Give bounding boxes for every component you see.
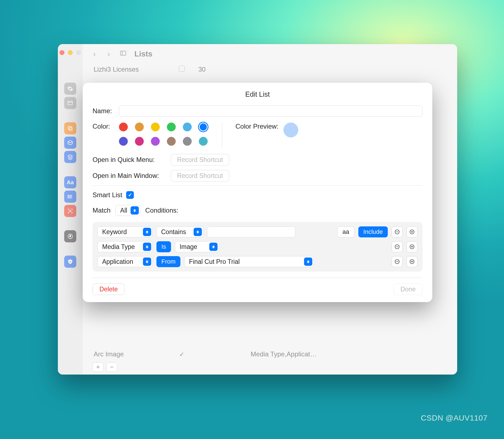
color-swatch-gray[interactable]	[183, 137, 192, 146]
condition-op-select[interactable]: Contains	[156, 226, 203, 237]
name-label: Name:	[93, 107, 115, 115]
conditions-label: Conditions:	[145, 207, 178, 214]
case-toggle[interactable]: aa	[337, 226, 354, 237]
sidebar-icon-scan[interactable]	[64, 205, 76, 217]
divider	[93, 185, 422, 186]
svg-rect-2	[69, 127, 72, 130]
color-swatch-orange[interactable]	[135, 123, 144, 131]
color-swatch-red[interactable]	[119, 123, 128, 131]
toolbar: ‹ › Lists	[83, 44, 457, 64]
sidebar-icon-list[interactable]	[64, 191, 76, 203]
forward-button[interactable]: ›	[104, 50, 113, 58]
svg-rect-3	[68, 126, 71, 129]
condition-field-select[interactable]: Media Type	[97, 241, 153, 252]
add-condition-button[interactable]	[407, 226, 418, 237]
chevron-updown-icon	[304, 258, 312, 266]
list-name: Arc Image	[94, 350, 165, 358]
color-swatch-yellow[interactable]	[151, 123, 160, 131]
watermark: CSDN @AUV1107	[421, 414, 487, 422]
sidebar-icon-gear[interactable]	[64, 83, 76, 95]
color-swatch-green[interactable]	[167, 123, 176, 131]
svg-point-7	[68, 195, 69, 196]
color-swatch-magenta[interactable]	[135, 137, 144, 146]
close-icon[interactable]	[59, 50, 64, 55]
sidebar-icon-copy[interactable]	[64, 122, 76, 134]
add-condition-button[interactable]	[407, 241, 418, 252]
remove-condition-button[interactable]	[392, 256, 403, 267]
match-value: All	[120, 207, 127, 214]
name-row: Name:	[93, 105, 422, 116]
done-button[interactable]: Done	[394, 283, 422, 295]
sidebar-icon-shield[interactable]	[64, 256, 76, 268]
sidebar-icon-compass[interactable]	[64, 230, 76, 242]
chevron-updown-icon	[194, 228, 202, 236]
sidebar-icon-text[interactable]: Aa	[64, 176, 76, 188]
color-preview-swatch	[283, 123, 298, 137]
condition-field-select[interactable]: Application	[97, 256, 153, 267]
condition-row: Keyword Contains aa Include	[97, 226, 418, 237]
chevron-updown-icon	[143, 258, 151, 266]
color-swatch-indigo[interactable]	[119, 137, 128, 146]
delete-button[interactable]: Delete	[93, 283, 124, 295]
svg-rect-12	[120, 51, 126, 55]
add-condition-button[interactable]	[407, 256, 418, 267]
list-meta: Media Type,Applicat…	[251, 350, 446, 358]
remove-condition-button[interactable]	[392, 241, 403, 252]
sidebar-icon-window[interactable]	[64, 97, 76, 109]
table-row[interactable]: Lizhi3 Licenses 30	[83, 64, 457, 75]
condition-op-pill[interactable]: From	[156, 256, 180, 267]
color-swatch-blue-selected[interactable]	[199, 123, 208, 131]
remove-button[interactable]: −	[106, 362, 117, 372]
sidebar: Aa	[58, 44, 83, 375]
condition-op-pill[interactable]: Is	[156, 241, 171, 252]
svg-point-9	[68, 198, 69, 198]
color-swatch-purple[interactable]	[151, 137, 160, 146]
name-input[interactable]	[119, 105, 422, 116]
svg-point-10	[69, 210, 71, 212]
back-button[interactable]: ‹	[90, 50, 99, 58]
window-traffic-lights[interactable]	[59, 50, 81, 55]
condition-value-select[interactable]: Image	[175, 241, 219, 252]
sidebar-icon-layers[interactable]	[64, 151, 76, 163]
record-shortcut-quick[interactable]: Record Shortcut	[171, 154, 229, 166]
match-label: Match	[93, 207, 110, 214]
color-preview-label: Color Preview:	[235, 123, 278, 130]
checkmark-icon: ✓	[179, 351, 184, 358]
conditions-box: Keyword Contains aa Include Media Type I…	[93, 222, 422, 272]
minimize-icon[interactable]	[68, 50, 73, 55]
color-label: Color:	[93, 123, 115, 130]
add-button[interactable]: +	[93, 362, 104, 372]
condition-value-select[interactable]: Final Cut Pro Trial	[184, 256, 314, 267]
color-swatches	[119, 123, 209, 146]
include-toggle[interactable]: Include	[358, 226, 388, 237]
color-swatch-brown[interactable]	[167, 137, 176, 146]
divider	[93, 278, 422, 278]
match-select[interactable]: All	[115, 205, 140, 216]
open-quick-label: Open in Quick Menu:	[93, 156, 167, 164]
svg-point-8	[68, 196, 69, 197]
open-main-label: Open in Main Window:	[93, 172, 167, 180]
condition-row: Application From Final Cut Pro Trial	[97, 256, 418, 267]
footer-buttons: + −	[83, 360, 457, 375]
divider	[222, 123, 222, 147]
maximize-icon[interactable]	[76, 50, 81, 55]
remove-condition-button[interactable]	[392, 226, 403, 237]
sidebar-icon-box[interactable]	[64, 137, 76, 149]
smart-list-checkbox[interactable]: ✓	[126, 191, 134, 199]
color-swatch-skyblue[interactable]	[183, 123, 192, 131]
chevron-updown-icon	[143, 228, 151, 236]
smart-list-label: Smart List	[93, 191, 122, 199]
sidebar-toggle-icon[interactable]	[118, 50, 128, 59]
edit-list-sheet: Edit List Name: Color: Col	[83, 83, 432, 302]
color-swatch-teal[interactable]	[199, 137, 208, 146]
table-row[interactable]: Arc Image ✓ Media Type,Applicat…	[83, 349, 457, 360]
condition-row: Media Type Is Image	[97, 241, 418, 252]
chevron-updown-icon	[143, 243, 151, 251]
condition-value-input[interactable]	[207, 226, 295, 237]
condition-field-select[interactable]: Keyword	[97, 226, 153, 237]
svg-rect-0	[68, 101, 73, 105]
row-checkbox[interactable]	[179, 66, 185, 72]
record-shortcut-main[interactable]: Record Shortcut	[171, 170, 229, 181]
sheet-title: Edit List	[93, 90, 422, 98]
page-title: Lists	[134, 50, 152, 58]
